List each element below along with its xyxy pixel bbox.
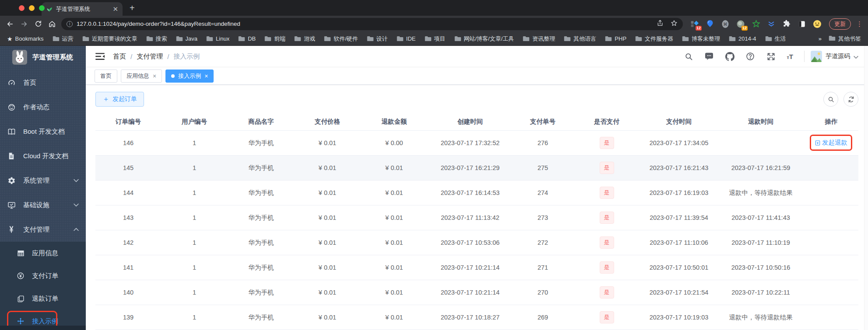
column-header: 支付时间 — [640, 118, 718, 126]
bookmark-folder[interactable]: 2014-4 — [729, 35, 756, 42]
tag-close-icon[interactable]: × — [204, 73, 208, 79]
bookmark-folder[interactable]: 网站/博客/文章/工具 — [454, 35, 514, 43]
sidebar-fold-icon[interactable] — [95, 51, 105, 62]
folder-icon — [264, 36, 271, 42]
refund-button[interactable]: 发起退款 — [815, 139, 847, 147]
tag-接入示例[interactable]: 接入示例× — [165, 69, 214, 83]
chevron-down-icon — [854, 56, 858, 59]
bookmarks-root[interactable]: ★ Bookmarks — [7, 35, 44, 42]
sidebar-subitem-label: 退款订单 — [32, 295, 58, 303]
zoom-window-button[interactable] — [39, 5, 45, 11]
other-bookmarks-label: 其他书签 — [838, 35, 861, 43]
new-tab-button[interactable]: + — [130, 3, 135, 13]
bookmark-folder[interactable]: 运营 — [53, 35, 74, 43]
user-menu[interactable]: 芋道源码 — [804, 51, 858, 62]
bookmark-folder[interactable]: IDE — [397, 35, 416, 42]
bookmark-folder[interactable]: Java — [176, 35, 197, 42]
close-window-button[interactable] — [19, 5, 25, 11]
sidebar-logo[interactable]: 芋道管理系统 — [0, 46, 86, 69]
forward-icon[interactable] — [19, 19, 29, 29]
font-size-icon[interactable]: тT — [787, 53, 793, 60]
svg-text:⌘: ⌘ — [723, 22, 727, 27]
create-order-button[interactable]: ＋ 发起订单 — [95, 92, 144, 107]
bookmark-folder[interactable]: 其他语言 — [564, 35, 596, 43]
bookmarks-overflow-icon[interactable]: » — [819, 35, 822, 42]
search-icon[interactable] — [684, 52, 693, 61]
cell-refund_time: 退款中，等待退款结果 — [718, 313, 804, 322]
sidebar-item-label: 首页 — [23, 79, 36, 87]
bookmark-folder[interactable]: 文件服务器 — [635, 35, 673, 43]
tag-应用信息[interactable]: 应用信息× — [121, 69, 162, 83]
sidebar-subitem-支付订单[interactable]: 支付订单 — [0, 264, 86, 287]
dashboard-icon — [7, 78, 16, 87]
bookmark-folder[interactable]: 游戏 — [294, 35, 315, 43]
sidebar-item-Boot 开发文档[interactable]: Boot 开发文档 — [0, 119, 86, 144]
breadcrumb-home[interactable]: 首页 — [113, 52, 126, 61]
cell-product: 华为手机 — [228, 189, 295, 197]
bookmark-label: 前端 — [274, 35, 285, 43]
bookmark-folder[interactable]: DB — [238, 35, 256, 42]
browser-tab[interactable]: 芋道管理系统 ✕ — [42, 2, 123, 16]
sidebar-subitem-退款订单[interactable]: 退款订单 — [0, 287, 86, 310]
cell-pay_no: 271 — [512, 264, 573, 271]
bookmark-folder[interactable]: 博客未整理 — [682, 35, 720, 43]
extension-diamond-icon[interactable]: 12 — [690, 19, 699, 29]
tag-close-icon[interactable]: × — [153, 73, 156, 79]
sidebar-item-Cloud 开发文档[interactable]: Cloud 开发文档 — [0, 144, 86, 168]
table-refresh-button[interactable] — [843, 92, 858, 107]
other-bookmarks[interactable]: 其他书签 — [829, 35, 861, 43]
sidebar-item-基础设施[interactable]: 基础设施 — [0, 193, 86, 217]
site-info-icon[interactable]: i — [67, 21, 73, 27]
bookmark-folder[interactable]: 软件/硬件 — [324, 35, 358, 43]
cell-refund: ¥ 0.01 — [360, 214, 428, 221]
message-icon[interactable] — [704, 52, 714, 61]
bookmark-folder[interactable]: 搜索 — [146, 35, 167, 43]
minimize-window-button[interactable] — [29, 5, 35, 11]
extension-emoji-icon[interactable] — [812, 19, 822, 29]
table-search-button[interactable] — [823, 92, 838, 107]
share-icon[interactable] — [657, 20, 664, 28]
reload-icon[interactable] — [33, 19, 43, 29]
extension-star-icon[interactable] — [751, 19, 761, 29]
sidebar-item-支付管理[interactable]: 支付管理 — [0, 217, 86, 242]
github-icon[interactable] — [725, 52, 734, 61]
bookmark-folder[interactable]: 资讯整理 — [523, 35, 555, 43]
bookmark-label: IDE — [406, 35, 416, 42]
extension-chevrons-icon[interactable] — [766, 19, 776, 29]
scrollbar[interactable] — [864, 46, 868, 330]
bookmark-folder[interactable]: 前端 — [264, 35, 285, 43]
bookmark-folder[interactable]: 项目 — [425, 35, 446, 43]
sidebar-item-首页[interactable]: 首页 — [0, 70, 86, 95]
column-header: 退款金额 — [360, 118, 428, 126]
bookmark-star-icon[interactable] — [671, 20, 678, 28]
bookmark-folder[interactable]: PHP — [605, 35, 626, 42]
cell-refund: ¥ 0.00 — [360, 139, 428, 146]
help-icon[interactable] — [745, 52, 755, 61]
breadcrumb-separator: / — [130, 53, 132, 60]
fullscreen-icon[interactable] — [766, 52, 776, 61]
extension-circle-icon[interactable]: 12 — [736, 19, 745, 29]
bookmark-label: 其他语言 — [573, 35, 596, 43]
extension-balloon-icon[interactable] — [705, 19, 715, 29]
back-icon[interactable] — [5, 19, 15, 29]
sidebar-subitem-应用信息[interactable]: 应用信息 — [0, 242, 86, 264]
sidebar-item-系统管理[interactable]: 系统管理 — [0, 168, 86, 193]
tag-首页[interactable]: 首页 — [95, 69, 117, 83]
bookmark-folder[interactable]: Linux — [206, 35, 229, 42]
url-bar[interactable]: i 127.0.0.1:1024/pay/demo-order?id=146&p… — [61, 18, 683, 30]
bookmark-folder[interactable]: 设计 — [367, 35, 388, 43]
browser-menu-icon[interactable]: ⋮ — [856, 20, 863, 28]
extensions-puzzle-icon[interactable] — [782, 19, 791, 29]
bookmark-folder[interactable]: 生活 — [765, 35, 786, 43]
extension-square-icon[interactable] — [797, 19, 807, 29]
extension-command-icon[interactable]: ⌘ — [720, 19, 730, 29]
breadcrumb-pay[interactable]: 支付管理 — [137, 52, 163, 61]
home-icon[interactable] — [47, 19, 57, 29]
tab-close-icon[interactable]: ✕ — [112, 5, 118, 13]
traffic-lights — [19, 5, 45, 11]
sidebar-item-作者动态[interactable]: 作者动态 — [0, 95, 86, 119]
bookmark-folder[interactable]: 近期需要读的文章 — [82, 35, 137, 43]
table-row-145: 1451华为手机¥ 0.01¥ 0.012023-07-17 16:21:292… — [95, 156, 858, 181]
chrome-update-button[interactable]: 更新 — [829, 18, 851, 30]
yen-icon — [7, 225, 16, 234]
